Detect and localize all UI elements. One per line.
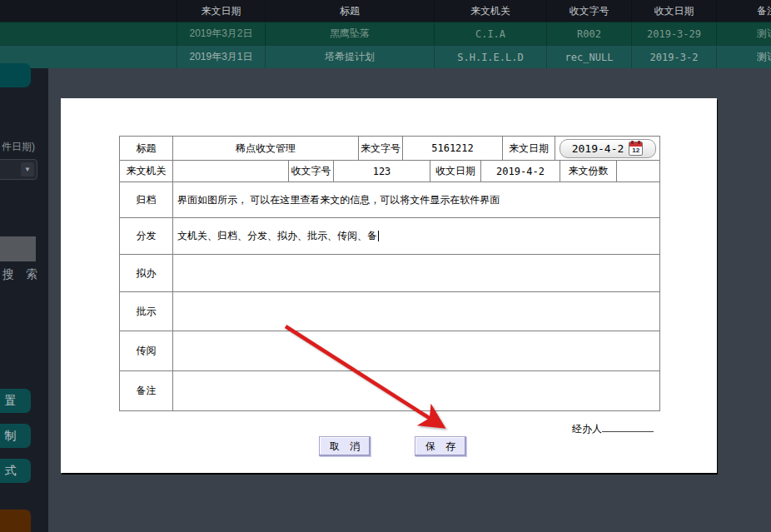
handler-row: 经办人: [572, 420, 654, 436]
sidebar-button-2[interactable]: 制: [0, 424, 31, 448]
date-picker-value: 2019-4-2: [572, 142, 624, 155]
calendar-icon-day: 12: [629, 147, 642, 155]
handler-input-line[interactable]: [602, 420, 654, 432]
copies-field[interactable]: [617, 161, 659, 181]
form-row-circulate: 传阅: [120, 331, 659, 371]
doc-no-label: 来文字号: [359, 137, 403, 160]
cell-blank: [0, 22, 177, 45]
grid-header-remark[interactable]: 备注: [717, 0, 771, 22]
cell-title: 塔希提计划: [266, 46, 435, 68]
chevron-down-icon: ▼: [24, 167, 31, 173]
document-list-grid: 来文日期 标题 来文机关 收文字号 收文日期 备注 2019年3月2日 黑鹰坠落…: [0, 0, 771, 68]
table-row[interactable]: 2019年3月1日 塔希提计划 S.H.I.E.L.D rec_NULL 201…: [0, 45, 771, 68]
grid-header-source-org[interactable]: 来文机关: [435, 0, 547, 22]
title-field[interactable]: 稀点收文管理: [173, 137, 359, 160]
receipt-date-label: 收文日期: [430, 161, 481, 181]
form-row-remark: 备注: [120, 371, 659, 410]
receipt-date-field[interactable]: 2019-4-2: [481, 161, 560, 181]
circulate-field[interactable]: [173, 331, 659, 370]
cell-source-org: S.H.I.E.L.D: [435, 46, 547, 68]
search-button[interactable]: 搜 索: [2, 267, 42, 282]
remark-label: 备注: [120, 371, 173, 410]
proposal-label: 拟办: [120, 255, 173, 291]
title-label: 标题: [120, 137, 173, 160]
form-row-distribute: 分发 文机关、归档、分发、拟办、批示、传阅、备: [120, 218, 659, 255]
file-date-label: 件日期): [2, 140, 35, 154]
source-org-field[interactable]: [173, 161, 289, 181]
cell-receipt-no: R002: [547, 22, 632, 45]
cell-source-org: C.I.A: [435, 22, 547, 45]
distribute-field[interactable]: 文机关、归档、分发、拟办、批示、传阅、备: [173, 218, 659, 254]
grid-header-receipt-no[interactable]: 收文字号: [547, 0, 632, 22]
cell-incoming-date: 2019年3月1日: [177, 46, 266, 68]
sidebar-button-3[interactable]: 式: [0, 459, 31, 483]
form-row-org: 来文机关 收文字号 123 收文日期 2019-4-2 来文份数: [120, 161, 659, 182]
remark-field[interactable]: [173, 371, 659, 410]
grid-header-incoming-date[interactable]: 来文日期: [177, 0, 266, 22]
date-filter-dropdown[interactable]: ▼: [0, 159, 37, 180]
distribute-label: 分发: [120, 218, 173, 254]
form-row-archive: 归档 界面如图所示， 可以在这里查看来文的信息，可以将文件显示在软件界面: [120, 182, 659, 218]
archive-label: 归档: [120, 182, 173, 217]
cell-receipt-no: rec_NULL: [547, 46, 632, 68]
dropdown-arrow-button[interactable]: ▼: [21, 162, 34, 177]
grid-header-row: 来文日期 标题 来文机关 收文字号 收文日期 备注: [0, 0, 771, 22]
calendar-icon-peg: [631, 141, 634, 144]
table-row[interactable]: 2019年3月2日 黑鹰坠落 C.I.A R002 2019-3-29 测试: [0, 22, 771, 45]
grid-header-receipt-date[interactable]: 收文日期: [632, 0, 717, 22]
copies-label: 来文份数: [560, 161, 617, 181]
distribute-text: 文机关、归档、分发、拟办、批示、传阅、备: [177, 229, 377, 243]
cell-remark: 测试: [717, 46, 771, 68]
sidebar-top-button[interactable]: [0, 63, 31, 87]
cancel-button[interactable]: 取 消: [319, 436, 371, 456]
cell-incoming-date: 2019年3月2日: [177, 22, 266, 45]
doc-no-field[interactable]: 5161212: [403, 137, 503, 160]
document-form-table: 标题 稀点收文管理 来文字号 5161212 来文日期 2019-4-2 12: [119, 136, 660, 411]
cell-remark: 测试: [717, 22, 771, 45]
form-row-instruction: 批示: [120, 292, 659, 331]
cell-receipt-date: 2019-3-29: [632, 22, 717, 45]
proposal-field[interactable]: [173, 255, 659, 291]
grid-header-blank: [0, 0, 177, 22]
search-input[interactable]: [0, 236, 36, 261]
archive-field[interactable]: 界面如图所示， 可以在这里查看来文的信息，可以将文件显示在软件界面: [173, 182, 659, 217]
instruction-field[interactable]: [173, 292, 659, 331]
save-button[interactable]: 保 存: [415, 436, 466, 456]
cell-title: 黑鹰坠落: [266, 22, 435, 45]
receipt-no-label: 收文字号: [289, 161, 334, 181]
source-org-label: 来文机关: [120, 161, 173, 181]
sidebar-button-1[interactable]: 置: [0, 389, 31, 413]
circulate-label: 传阅: [120, 331, 173, 370]
grid-header-title[interactable]: 标题: [266, 0, 435, 22]
handler-label: 经办人: [572, 423, 602, 435]
date-picker[interactable]: 2019-4-2 12: [560, 139, 656, 158]
calendar-icon-peg: [638, 141, 640, 144]
incoming-date-cell: 2019-4-2 12: [555, 137, 659, 160]
text-caret: [378, 231, 379, 241]
calendar-icon[interactable]: 12: [629, 142, 643, 156]
receipt-no-field[interactable]: 123: [334, 161, 430, 181]
instruction-label: 批示: [120, 292, 173, 331]
sidebar-orange-button[interactable]: [0, 510, 31, 532]
form-row-proposal: 拟办: [120, 255, 659, 292]
incoming-date-label: 来文日期: [503, 137, 555, 160]
receive-document-dialog: 标题 稀点收文管理 来文字号 5161212 来文日期 2019-4-2 12: [61, 98, 717, 473]
cell-receipt-date: 2019-3-2: [632, 46, 717, 68]
form-row-title: 标题 稀点收文管理 来文字号 5161212 来文日期 2019-4-2 12: [120, 137, 659, 161]
